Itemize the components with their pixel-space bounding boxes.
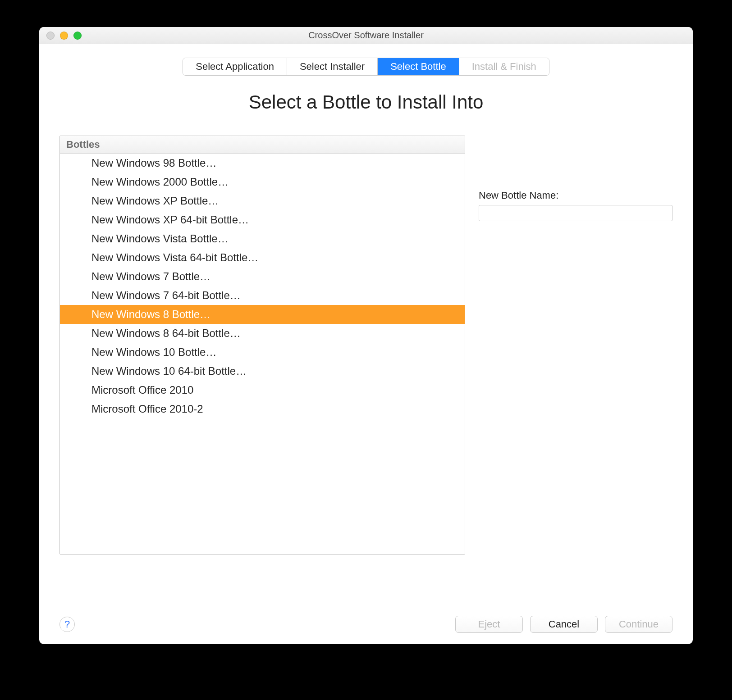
tab-select-bottle[interactable]: Select Bottle: [378, 58, 459, 75]
cancel-button[interactable]: Cancel: [530, 616, 598, 633]
bottles-list-header: Bottles: [60, 136, 465, 154]
titlebar: CrossOver Software Installer: [39, 27, 693, 44]
new-bottle-name-label: New Bottle Name:: [479, 190, 673, 201]
list-item[interactable]: New Windows Vista Bottle…: [60, 229, 465, 248]
list-item[interactable]: New Windows 8 Bottle…: [60, 305, 465, 324]
list-item[interactable]: New Windows 7 Bottle…: [60, 267, 465, 286]
list-item[interactable]: New Windows 7 64-bit Bottle…: [60, 286, 465, 305]
content-area: Select Application Select Installer Sele…: [39, 44, 693, 644]
bottles-listbox: Bottles New Windows 98 Bottle…New Window…: [59, 136, 465, 555]
page-heading: Select a Bottle to Install Into: [59, 91, 673, 113]
list-item[interactable]: Microsoft Office 2010-2: [60, 400, 465, 418]
help-button[interactable]: ?: [59, 617, 75, 632]
footer: ? Eject Cancel Continue: [59, 605, 673, 633]
new-bottle-name-input[interactable]: [479, 205, 673, 221]
list-item[interactable]: New Windows 2000 Bottle…: [60, 173, 465, 191]
eject-button: Eject: [455, 616, 523, 633]
list-item[interactable]: New Windows 10 Bottle…: [60, 343, 465, 362]
list-item[interactable]: New Windows 8 64-bit Bottle…: [60, 324, 465, 343]
tab-select-installer[interactable]: Select Installer: [287, 58, 378, 75]
step-tabs: Select Application Select Installer Sele…: [183, 58, 549, 76]
side-pane: New Bottle Name:: [479, 136, 673, 605]
list-item[interactable]: New Windows Vista 64-bit Bottle…: [60, 248, 465, 267]
list-item[interactable]: New Windows 10 64-bit Bottle…: [60, 362, 465, 381]
continue-button: Continue: [605, 616, 673, 633]
list-item[interactable]: Microsoft Office 2010: [60, 381, 465, 400]
bottles-list[interactable]: New Windows 98 Bottle…New Windows 2000 B…: [60, 154, 465, 554]
installer-window: CrossOver Software Installer Select Appl…: [39, 27, 693, 644]
middle-pane: Bottles New Windows 98 Bottle…New Window…: [59, 136, 673, 605]
list-item[interactable]: New Windows 98 Bottle…: [60, 154, 465, 173]
list-item[interactable]: New Windows XP 64-bit Bottle…: [60, 210, 465, 229]
tab-install-finish: Install & Finish: [459, 58, 549, 75]
window-title: CrossOver Software Installer: [39, 30, 693, 41]
list-item[interactable]: New Windows XP Bottle…: [60, 191, 465, 210]
tab-select-application[interactable]: Select Application: [183, 58, 287, 75]
